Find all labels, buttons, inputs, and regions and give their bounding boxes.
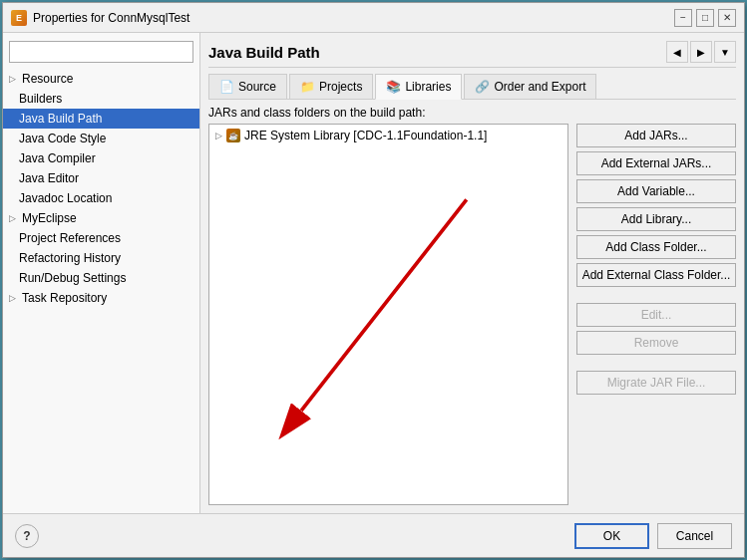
order-export-tab-icon: 🔗 bbox=[475, 80, 490, 94]
sidebar-item-label: Javadoc Location bbox=[19, 191, 112, 205]
sidebar-item-label: MyEclipse bbox=[22, 211, 77, 225]
sidebar-item-builders[interactable]: Builders bbox=[3, 89, 199, 109]
close-button[interactable]: ✕ bbox=[718, 9, 736, 27]
help-button[interactable]: ? bbox=[15, 524, 39, 548]
sidebar-item-refactoring-history[interactable]: Refactoring History bbox=[3, 248, 199, 268]
sidebar-item-java-editor[interactable]: Java Editor bbox=[3, 168, 199, 188]
main-panel: Java Build Path ◀ ▶ ▼ 📄 Source 📁 Project… bbox=[200, 33, 744, 513]
remove-button[interactable]: Remove bbox=[576, 331, 736, 355]
annotation-arrow bbox=[209, 125, 567, 504]
jre-icon: ☕ bbox=[226, 129, 240, 142]
properties-window: E Properties for ConnMysqlTest − □ ✕ ▷ R… bbox=[2, 2, 745, 558]
tab-libraries-label: Libraries bbox=[405, 80, 451, 94]
sidebar-item-run-debug-settings[interactable]: Run/Debug Settings bbox=[3, 268, 199, 288]
search-input[interactable] bbox=[9, 41, 193, 63]
content-panel: ▷ ☕ JRE System Library [CDC-1.1Foundatio… bbox=[208, 124, 736, 505]
sidebar: ▷ Resource Builders Java Build Path Java… bbox=[3, 33, 200, 513]
sidebar-item-label: Task Repository bbox=[22, 291, 107, 305]
sidebar-item-label: Refactoring History bbox=[19, 251, 121, 265]
sidebar-item-resource[interactable]: ▷ Resource bbox=[3, 69, 199, 89]
nav-arrows: ◀ ▶ ▼ bbox=[666, 41, 736, 63]
sidebar-item-label: Project References bbox=[19, 231, 121, 245]
jre-label: JRE System Library [CDC-1.1Foundation-1.… bbox=[244, 129, 487, 142]
nav-back-button[interactable]: ◀ bbox=[666, 41, 688, 63]
tree-item-jre[interactable]: ▷ ☕ JRE System Library [CDC-1.1Foundatio… bbox=[211, 127, 565, 144]
libraries-tab-icon: 📚 bbox=[386, 80, 401, 94]
tab-order-export[interactable]: 🔗 Order and Export bbox=[464, 74, 596, 99]
window-icon: E bbox=[11, 10, 27, 26]
svg-line-1 bbox=[301, 199, 467, 411]
minimize-button[interactable]: − bbox=[674, 9, 692, 27]
window-title: Properties for ConnMysqlTest bbox=[33, 11, 189, 25]
sidebar-item-label: Builders bbox=[19, 92, 62, 106]
expand-icon: ▷ bbox=[215, 131, 222, 140]
sidebar-item-java-build-path[interactable]: Java Build Path bbox=[3, 109, 199, 129]
tab-order-export-label: Order and Export bbox=[494, 80, 585, 94]
arrow-icon: ▷ bbox=[9, 74, 16, 84]
migrate-jar-button[interactable]: Migrate JAR File... bbox=[576, 371, 736, 395]
title-bar-controls: − □ ✕ bbox=[674, 9, 736, 27]
add-library-button[interactable]: Add Library... bbox=[576, 207, 736, 231]
title-bar-left: E Properties for ConnMysqlTest bbox=[11, 10, 189, 26]
tab-source-label: Source bbox=[238, 80, 276, 94]
edit-button[interactable]: Edit... bbox=[576, 303, 736, 327]
tab-projects-label: Projects bbox=[319, 80, 362, 94]
sidebar-item-java-compiler[interactable]: Java Compiler bbox=[3, 148, 199, 168]
maximize-button[interactable]: □ bbox=[696, 9, 714, 27]
sidebar-item-label: Java Code Style bbox=[19, 132, 106, 145]
main-title: Java Build Path ◀ ▶ ▼ bbox=[208, 41, 736, 68]
sidebar-item-javadoc-location[interactable]: Javadoc Location bbox=[3, 188, 199, 208]
tab-projects[interactable]: 📁 Projects bbox=[289, 74, 373, 99]
sidebar-item-label: Java Compiler bbox=[19, 151, 96, 165]
add-external-class-folder-button[interactable]: Add External Class Folder... bbox=[576, 263, 736, 287]
footer-buttons: OK Cancel bbox=[574, 523, 732, 549]
sidebar-item-project-references[interactable]: Project References bbox=[3, 228, 199, 248]
add-jars-button[interactable]: Add JARs... bbox=[576, 124, 736, 147]
sidebar-item-label: Run/Debug Settings bbox=[19, 271, 126, 285]
nav-forward-button[interactable]: ▶ bbox=[690, 41, 712, 63]
cancel-button[interactable]: Cancel bbox=[657, 523, 732, 549]
add-class-folder-button[interactable]: Add Class Folder... bbox=[576, 235, 736, 259]
add-external-jars-button[interactable]: Add External JARs... bbox=[576, 151, 736, 175]
panel-title: Java Build Path bbox=[208, 44, 320, 61]
tabs-bar: 📄 Source 📁 Projects 📚 Libraries 🔗 Order … bbox=[208, 74, 736, 100]
sidebar-item-label: Resource bbox=[22, 72, 73, 86]
arrow-icon: ▷ bbox=[9, 293, 16, 303]
source-tab-icon: 📄 bbox=[219, 80, 234, 94]
sidebar-item-java-code-style[interactable]: Java Code Style bbox=[3, 129, 199, 148]
nav-dropdown-button[interactable]: ▼ bbox=[714, 41, 736, 63]
buttons-column: Add JARs... Add External JARs... Add Var… bbox=[576, 124, 736, 505]
ok-button[interactable]: OK bbox=[574, 523, 649, 549]
tab-libraries[interactable]: 📚 Libraries bbox=[375, 74, 462, 100]
sidebar-item-label: Java Editor bbox=[19, 171, 79, 185]
dialog-footer: ? OK Cancel bbox=[3, 513, 744, 557]
content-area: ▷ Resource Builders Java Build Path Java… bbox=[3, 33, 744, 513]
sidebar-item-myeclipse[interactable]: ▷ MyEclipse bbox=[3, 208, 199, 228]
tree-area[interactable]: ▷ ☕ JRE System Library [CDC-1.1Foundatio… bbox=[208, 124, 568, 505]
arrow-icon: ▷ bbox=[9, 213, 16, 223]
sidebar-item-label: Java Build Path bbox=[19, 112, 102, 126]
title-bar: E Properties for ConnMysqlTest − □ ✕ bbox=[3, 3, 744, 33]
build-path-description: JARs and class folders on the build path… bbox=[208, 106, 736, 120]
projects-tab-icon: 📁 bbox=[300, 80, 315, 94]
sidebar-item-task-repository[interactable]: ▷ Task Repository bbox=[3, 288, 199, 308]
tab-source[interactable]: 📄 Source bbox=[208, 74, 287, 99]
add-variable-button[interactable]: Add Variable... bbox=[576, 179, 736, 203]
